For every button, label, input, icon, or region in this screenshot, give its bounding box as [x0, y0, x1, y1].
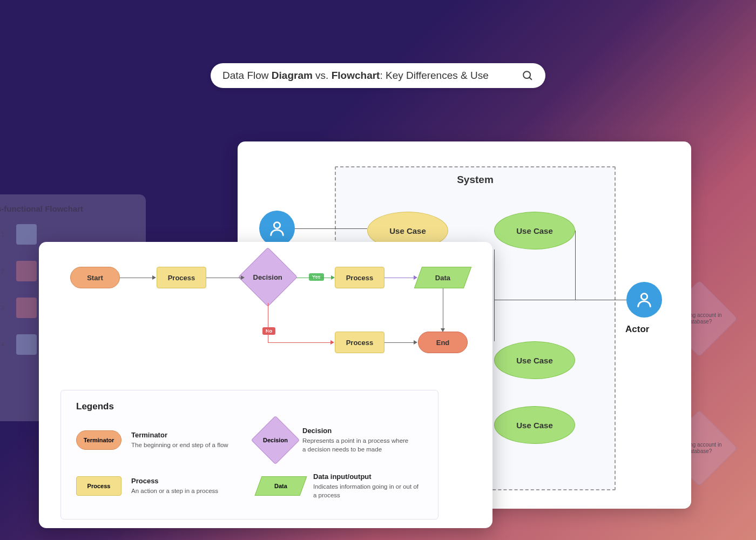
arrowhead-icon [241, 275, 245, 280]
node-decision: Decision [238, 247, 298, 307]
arrowhead-icon [152, 275, 156, 280]
legend-heading: Decision [302, 427, 410, 435]
search-icon[interactable] [522, 70, 534, 82]
arrow [443, 288, 443, 328]
arrow [384, 278, 414, 278]
legend-item: Terminator Terminator The beginning or e… [76, 423, 241, 457]
legend-shape-data: Data [254, 476, 307, 496]
arrowhead-icon [330, 340, 334, 345]
node-process: Process [157, 267, 206, 288]
node-process: Process [335, 267, 384, 288]
connector [494, 249, 495, 341]
usecase-node: Use Case [494, 406, 575, 444]
yes-label: Yes [309, 273, 324, 281]
search-text: Data Flow Diagram vs. Flowchart: Key Dif… [222, 70, 515, 82]
usecase-node: Use Case [494, 212, 575, 249]
search-post: : Key Differences & Use [380, 70, 488, 81]
svg-point-2 [274, 222, 280, 228]
node-end: End [418, 332, 468, 353]
arrowhead-icon [441, 328, 445, 332]
search-bold-1: Diagram [272, 70, 313, 81]
actor-icon [626, 282, 662, 318]
arrow [120, 278, 152, 278]
system-label: System [336, 174, 615, 186]
arrow [268, 342, 330, 343]
arrowhead-icon [414, 275, 417, 280]
legends-title: Legends [76, 401, 423, 412]
arrowhead-icon [414, 340, 417, 345]
connector [494, 300, 626, 300]
legend-item: Data Data input/output Indicates informa… [258, 473, 423, 500]
bg-left-title: s-functional Flowchart [0, 204, 138, 213]
legend-desc: Indicates information going in or out of… [313, 483, 421, 500]
search-mid: vs. [313, 70, 332, 81]
svg-line-1 [529, 77, 531, 79]
connector [295, 228, 367, 229]
arrow [268, 303, 268, 342]
legend-item: Process Process An action or a step in a… [76, 473, 241, 500]
legend-heading: Data input/output [313, 473, 421, 481]
arrow [296, 278, 331, 278]
legend-shape-decision: Decision [251, 416, 300, 465]
legend-shape-process: Process [76, 476, 122, 496]
arrow [384, 342, 414, 343]
search-pre: Data Flow [222, 70, 272, 81]
legend-desc: Represents a point in a process where a … [302, 437, 410, 454]
arrow [206, 278, 241, 278]
usecase-node: Use Case [494, 341, 575, 379]
search-bold-2: Flowchart [332, 70, 380, 81]
node-data: Data [414, 267, 472, 288]
legend-heading: Terminator [131, 431, 228, 439]
legends-panel: Legends Terminator Terminator The beginn… [60, 390, 438, 519]
actor-icon [259, 211, 295, 246]
svg-point-3 [641, 294, 647, 300]
legend-item: Decision Decision Represents a point in … [258, 423, 423, 457]
node-start: Start [70, 267, 120, 288]
search-bar[interactable]: Data Flow Diagram vs. Flowchart: Key Dif… [211, 63, 545, 88]
legend-desc: The beginning or end step of a flow [131, 441, 228, 450]
flowchart-card: Start Process Decision Process Data Proc… [39, 242, 492, 528]
actor-label: Actor [625, 324, 649, 335]
legend-desc: An action or a step in a process [131, 487, 218, 496]
connector [575, 231, 576, 300]
legend-heading: Process [131, 477, 218, 485]
no-label: No [262, 327, 275, 335]
arrowhead-icon [331, 275, 335, 280]
legend-shape-terminator: Terminator [76, 430, 122, 450]
node-process: Process [335, 332, 384, 353]
